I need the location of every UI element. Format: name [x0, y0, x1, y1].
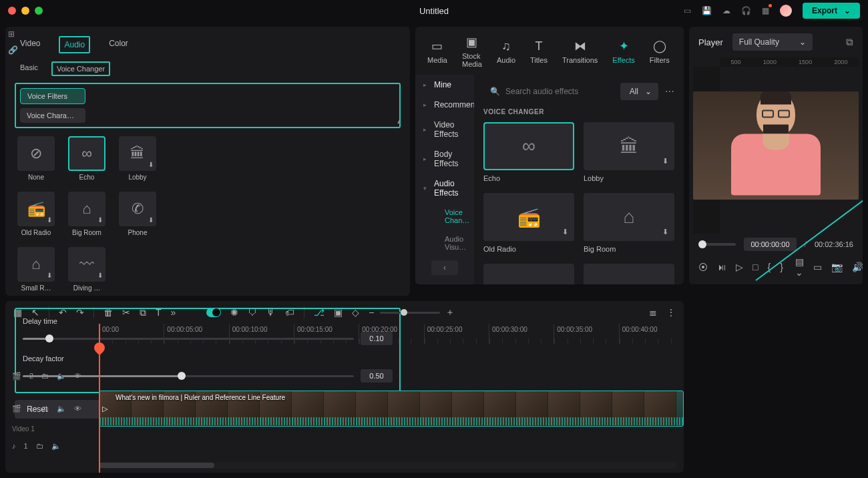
playhead[interactable]	[99, 324, 100, 473]
minimize-window[interactable]	[21, 7, 29, 15]
filter-all-dropdown[interactable]: All⌄	[620, 83, 658, 100]
voice-filter-item[interactable]: ⊘ None	[17, 136, 55, 181]
sidebar-item-voice-changer[interactable]: Voice Chan…	[415, 203, 474, 230]
play-icon[interactable]: ▷	[736, 262, 743, 272]
ai-toggle[interactable]	[206, 308, 221, 317]
search-icon: 🔍	[490, 87, 500, 96]
insp-tab-audio[interactable]: Audio	[59, 36, 90, 53]
ruler-tick: 00:00:15:00	[294, 324, 359, 344]
mute-icon[interactable]: 🔈	[57, 405, 66, 413]
effect-card[interactable]: ⌂⬇ Big Room	[584, 193, 674, 253]
pill-voice-filters[interactable]: Voice Filters	[20, 88, 85, 104]
download-icon[interactable]: ⬇	[97, 272, 103, 279]
eye-icon[interactable]: 👁	[74, 372, 81, 380]
play-pause-icon[interactable]: ⏯	[717, 262, 726, 272]
seek-slider[interactable]	[698, 243, 736, 246]
voice-filter-item[interactable]: ∞ Echo	[68, 136, 105, 181]
ruler-tick: 00:00:20:00	[359, 324, 423, 344]
tab-transitions[interactable]: ⧓Transitions	[557, 36, 603, 67]
ruler-tick: 00:00:30:00	[489, 324, 554, 344]
download-icon[interactable]: ⬇	[97, 216, 103, 224]
collapse-caret[interactable]: ▴	[397, 117, 401, 125]
effect-card[interactable]	[584, 264, 674, 284]
effect-card[interactable]: 〰	[483, 264, 574, 284]
sidebar-collapse[interactable]: ‹	[431, 260, 458, 275]
insp-tab-color[interactable]: Color	[105, 36, 132, 53]
eye-icon[interactable]: 👁	[74, 405, 81, 413]
export-button[interactable]: Export⌄	[803, 3, 860, 19]
headphones-icon[interactable]: 🎧	[741, 6, 751, 15]
folder-icon[interactable]: 🗀	[41, 405, 49, 413]
svg-line-0	[756, 132, 863, 280]
search-input[interactable]: 🔍	[483, 83, 614, 100]
timeline-ruler[interactable]: 00:0000:00:05:0000:00:10:0000:00:15:0000…	[5, 324, 684, 344]
tab-titles[interactable]: TTitles	[525, 36, 553, 67]
zoom-in-icon[interactable]: ＋	[445, 306, 455, 318]
cloud-icon[interactable]: ☁	[722, 6, 730, 15]
tab-stickers[interactable]: ☆Stickers	[679, 36, 684, 67]
sidebar-item-audio-effects[interactable]: Audio Effects	[415, 174, 474, 203]
filter-glyph-icon: 〰	[79, 256, 94, 273]
effect-card[interactable]: 📻⬇ Old Radio	[483, 193, 574, 253]
download-icon[interactable]: ⬇	[148, 161, 154, 168]
clip-title: What's new in filmora | Ruler and Refere…	[116, 394, 285, 401]
insp-tab-video[interactable]: Video	[16, 36, 44, 53]
voice-filter-item[interactable]: 📻⬇ Old Radio	[17, 192, 55, 236]
download-icon[interactable]: ⬇	[560, 226, 570, 237]
voice-filter-item[interactable]: ✆⬇ Phone	[119, 192, 156, 236]
filter-label: Big Room	[72, 229, 101, 236]
sidebar-item-body-effects[interactable]: Body Effects	[415, 144, 474, 174]
mute-icon[interactable]: 🔈	[57, 372, 66, 381]
zoom-window[interactable]	[35, 7, 43, 15]
save-icon[interactable]: 💾	[702, 6, 712, 15]
tab-media[interactable]: ▭Media	[422, 36, 453, 67]
voice-filter-item[interactable]: 〰⬇ Diving …	[68, 247, 105, 292]
timeline-scrollbar[interactable]	[99, 462, 677, 469]
window-controls	[8, 7, 43, 15]
sidebar-item-recommended[interactable]: Recommended	[415, 95, 474, 115]
more-menu[interactable]: ⋯	[665, 86, 674, 97]
search-field[interactable]	[505, 87, 607, 96]
music-icon: ♫	[501, 39, 511, 53]
insp-sub-basic[interactable]: Basic	[16, 61, 42, 76]
insp-sub-voice-changer[interactable]: Voice Changer	[51, 61, 110, 76]
list-icon[interactable]: ≣	[649, 307, 657, 318]
apps-icon[interactable]: ▦	[762, 6, 769, 15]
download-icon[interactable]: ⬇	[660, 156, 670, 166]
effect-card[interactable]: 🏛⬇ Lobby	[584, 122, 674, 182]
download-icon[interactable]: ⬇	[47, 216, 52, 224]
mute-icon[interactable]: 🔈	[51, 442, 61, 451]
zoom-slider[interactable]	[380, 312, 440, 314]
close-window[interactable]	[8, 7, 16, 15]
download-icon[interactable]: ⬇	[660, 226, 670, 237]
effect-card[interactable]: ∞ Echo	[483, 122, 574, 182]
voice-filter-item[interactable]: 🏛⬇ Lobby	[119, 136, 156, 181]
download-icon[interactable]: ⬇	[148, 216, 154, 224]
track-v1: 🎬1🗀🔈👁 ▷ What's new in filmora | Ruler an…	[5, 389, 684, 428]
window-title: Untitled	[419, 6, 449, 16]
tab-filters[interactable]: ◯Filters	[644, 36, 675, 67]
sidebar-item-video-effects[interactable]: Video Effects	[415, 115, 474, 144]
folder-icon[interactable]: 🗀	[36, 442, 43, 450]
sidebar-item-audio-visualizer[interactable]: Audio Visu…	[415, 230, 474, 256]
media-library-panel: ▭Media ▣Stock Media ♫Audio TTitles ⧓Tran…	[415, 27, 684, 284]
library-sidebar: Mine Recommended Video Effects Body Effe…	[415, 75, 474, 284]
voice-filter-item[interactable]: ⌂⬇ Small R…	[17, 247, 55, 292]
pill-voice-characters[interactable]: Voice Chara…	[20, 108, 85, 123]
player-label: Player	[698, 37, 723, 47]
tab-audio[interactable]: ♫Audio	[491, 36, 521, 67]
sidebar-item-mine[interactable]: Mine	[415, 75, 474, 95]
filter-glyph-icon: ✆	[132, 200, 144, 218]
voice-filter-item[interactable]: ⌂⬇ Big Room	[68, 192, 105, 236]
prev-frame-icon[interactable]: ⦿	[698, 262, 708, 272]
video-clip[interactable]: ▷ What's new in filmora | Ruler and Refe…	[99, 391, 684, 427]
download-icon[interactable]: ⬇	[47, 272, 52, 279]
effect-glyph-icon: ⌂	[624, 206, 635, 228]
settings-icon[interactable]: ⋮	[666, 307, 676, 318]
tab-stock-media[interactable]: ▣Stock Media	[457, 32, 487, 71]
folder-icon[interactable]: 🗀	[41, 372, 49, 380]
tab-effects[interactable]: ✦Effects	[607, 36, 640, 67]
transition-icon: ⧓	[574, 39, 586, 53]
user-avatar[interactable]	[780, 5, 792, 17]
display-icon[interactable]: ▭	[684, 6, 691, 15]
